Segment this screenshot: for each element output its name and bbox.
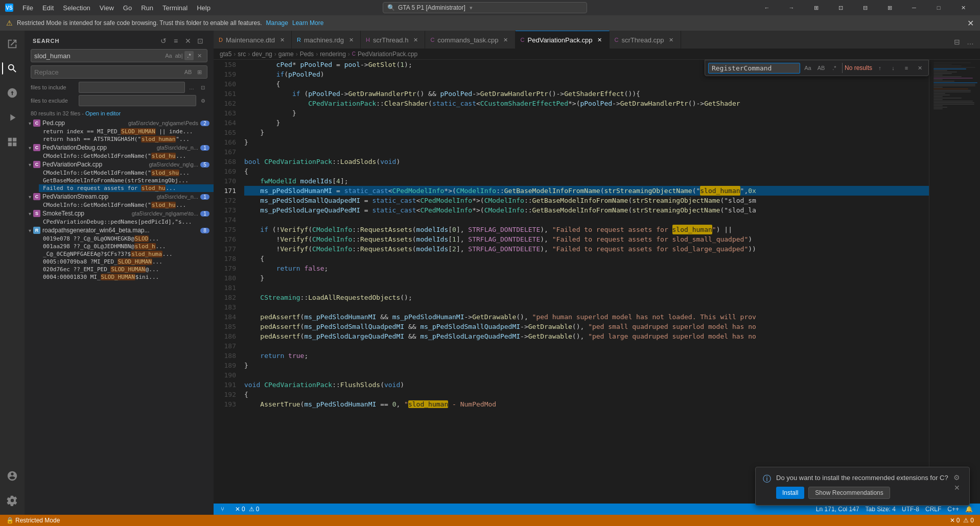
result-line[interactable]: 0019e078 ??_C@_0L@ONOHEGKB@SLOD... — [39, 235, 214, 243]
collapse-all-btn[interactable]: ≡ — [171, 36, 181, 46]
use-regex-btn[interactable]: .* — [184, 51, 194, 60]
nav-back[interactable]: ← — [755, 0, 779, 15]
replace-toggle-btn[interactable]: ⊞ — [195, 67, 204, 77]
install-btn[interactable]: Install — [776, 487, 804, 499]
menu-terminal[interactable]: Terminal — [158, 3, 192, 13]
match-case-btn[interactable]: Aa — [164, 51, 173, 60]
result-line[interactable]: CModelInfo::GetModelIdFromName("slod_hu.… — [39, 152, 214, 160]
bottom-errors-btn[interactable]: ✕ 0 ⚠ 0 — [948, 515, 976, 526]
menu-go[interactable]: Go — [119, 3, 136, 13]
clear-results-btn[interactable]: ✕ — [183, 36, 193, 46]
find-toggle-replace-btn[interactable]: ≡ — [901, 62, 912, 74]
tab-commands-task-cpp[interactable]: C commands_task.cpp ✕ — [425, 31, 515, 49]
minimize-btn[interactable]: ─ — [902, 0, 926, 15]
result-line-active[interactable]: Failed to request assets for slod_hu... … — [39, 184, 214, 192]
tab-machines-rdg[interactable]: R machines.rdg ✕ — [292, 31, 361, 49]
find-match-case-btn[interactable]: Aa — [802, 62, 813, 74]
breadcrumb-gta5[interactable]: gta5 — [220, 51, 231, 58]
tab-close-btn[interactable]: ✕ — [278, 36, 286, 44]
find-regex-btn[interactable]: .* — [829, 62, 840, 74]
result-header-smoketest[interactable]: ▾ S SmokeTest.cpp gta5\src\dev_ng\game\t… — [25, 209, 214, 218]
menu-edit[interactable]: Edit — [38, 3, 58, 13]
menu-file[interactable]: File — [18, 3, 37, 13]
tab-scrthread-cpp[interactable]: C scrThread.cpp ✕ — [610, 31, 681, 49]
tab-close-btn[interactable]: ✕ — [347, 36, 355, 44]
activity-search[interactable] — [2, 58, 22, 79]
replace-input[interactable] — [34, 68, 181, 76]
tab-close-btn[interactable]: ✕ — [667, 36, 675, 44]
restricted-bar-close-btn[interactable]: ✕ — [967, 18, 974, 28]
result-line[interactable]: 0004:00001830 MI_SLOD_HUMAN$ini... — [39, 273, 214, 281]
find-close-btn[interactable]: ✕ — [914, 62, 925, 74]
result-line[interactable]: GetBaseModelInfoFromName(strStreamingObj… — [39, 177, 214, 184]
maximize-btn[interactable]: □ — [927, 0, 950, 15]
find-input[interactable] — [708, 63, 800, 74]
result-line[interactable]: CModelInfo::GetModelIdFromName("slod_shu… — [39, 169, 214, 177]
show-recommendations-btn[interactable]: Show Recommendations — [808, 487, 890, 499]
tab-close-btn[interactable]: ✕ — [596, 36, 604, 44]
files-include-options-btn[interactable]: … — [187, 83, 196, 92]
activity-explorer[interactable] — [2, 34, 22, 54]
result-line[interactable]: 020d76ec ??_EMI_PED_SLOD_HUMAN@... — [39, 266, 214, 273]
result-header-ped-cpp[interactable]: ▾ C Ped.cpp gta5\src\dev_ng\game\Peds 2 — [25, 118, 214, 128]
tab-scrthread-h[interactable]: H scrThread.h ✕ — [361, 31, 425, 49]
find-next-btn[interactable]: ↓ — [888, 62, 899, 74]
menu-selection[interactable]: Selection — [59, 3, 94, 13]
result-header-pedvariationdebug[interactable]: ▾ C PedVariationDebug.cpp gta5\src\dev_n… — [25, 143, 214, 152]
menu-help[interactable]: Help — [193, 3, 215, 13]
breadcrumb-peds[interactable]: Peds — [300, 51, 314, 58]
menu-view[interactable]: View — [96, 3, 118, 13]
result-line[interactable]: CPedVariationDebug::pedNames[pedPicId],"… — [39, 218, 214, 226]
result-line[interactable]: CModelInfo::GetModelIdFromName("slod_hu.… — [39, 201, 214, 209]
breadcrumb-dev-ng[interactable]: dev_ng — [252, 51, 272, 58]
close-search-btn[interactable]: ✕ — [195, 51, 204, 60]
match-whole-word-btn[interactable]: ab| — [174, 51, 183, 60]
activity-git[interactable] — [2, 83, 22, 103]
search-input[interactable] — [34, 52, 162, 60]
open-in-editor-btn[interactable]: ⊡ — [195, 36, 205, 46]
status-errors[interactable]: ✕ 0 ⚠ 0 — [232, 504, 262, 515]
manage-link[interactable]: Manage — [266, 19, 288, 27]
notification-settings-icon[interactable]: ⚙ — [953, 473, 960, 482]
title-search-bar[interactable]: 🔍 GTA 5 P1 [Administrator] ▾ — [383, 2, 587, 13]
result-header-roadpaths[interactable]: ▾ R roadpathsgenerator_win64_beta.map...… — [25, 226, 214, 235]
breadcrumb-src[interactable]: src — [238, 51, 246, 58]
activity-account[interactable] — [2, 466, 22, 486]
layout-btn2[interactable]: ⊡ — [829, 0, 852, 15]
tab-pedvariationpack-cpp[interactable]: C PedVariationPack.cpp ✕ — [516, 31, 610, 49]
files-exclude-input[interactable] — [81, 97, 194, 104]
result-line[interactable]: 0005:00709ba8 ?MI_PED_SLOD_HUMAN... — [39, 258, 214, 266]
activity-extensions[interactable] — [2, 132, 22, 152]
menu-run[interactable]: Run — [137, 3, 157, 13]
result-line[interactable]: return hash == ATSTRINGHASH("slod_human"… — [39, 135, 214, 143]
tab-maintenance-dtd[interactable]: D Maintenance.dtd ✕ — [214, 31, 292, 49]
activity-settings[interactable] — [2, 490, 22, 511]
breadcrumb-filename[interactable]: PedVariationPack.cpp — [358, 51, 417, 58]
status-git-branch[interactable]: ⑂ — [218, 504, 229, 515]
extensions-btn[interactable]: ⊞ — [878, 0, 901, 15]
result-header-pedvariationpack[interactable]: ▾ C PedVariationPack.cpp gta5\src\dev_ng… — [25, 160, 214, 169]
breadcrumb-game[interactable]: game — [278, 51, 294, 58]
layout-btn[interactable]: ⊞ — [804, 0, 828, 15]
find-whole-word-btn[interactable]: AB — [815, 62, 827, 74]
files-include-collapse-btn[interactable]: ⊡ — [198, 83, 207, 92]
replace-icon-btn[interactable]: AB — [183, 67, 193, 77]
find-prev-btn[interactable]: ↑ — [874, 62, 885, 74]
files-include-input[interactable] — [81, 84, 182, 91]
refresh-search-btn[interactable]: ↺ — [158, 36, 169, 46]
nav-forward[interactable]: → — [780, 0, 803, 15]
result-line[interactable]: _C@_0CE@NPFGAEEA@?$CFs?3?$slod_huma... — [39, 250, 214, 258]
breadcrumb-rendering[interactable]: rendering — [320, 51, 346, 58]
more-actions-btn[interactable]: … — [964, 35, 977, 49]
result-header-pedvariationstream[interactable]: ▾ C PedVariationStream.cpp gta5\src\dev_… — [25, 192, 214, 201]
restricted-mode-status[interactable]: 🔒 Restricted Mode — [4, 515, 62, 526]
result-line[interactable]: 001aa298 ??_C@_0L@JEDHMNBN@slod_h... — [39, 243, 214, 250]
close-btn[interactable]: ✕ — [951, 0, 975, 15]
tab-close-btn[interactable]: ✕ — [502, 36, 510, 44]
layout-btn3[interactable]: ⊟ — [853, 0, 877, 15]
result-line[interactable]: return index == MI_PED_SLOD_HUMAN || ind… — [39, 128, 214, 135]
activity-debug[interactable] — [2, 107, 22, 128]
code-content[interactable]: cPed* pPoolPed = pool->GetSlot(1); if(pP… — [240, 60, 929, 504]
replace-input-wrapper[interactable]: AB ⊞ — [31, 65, 207, 79]
search-input-wrapper[interactable]: Aa ab| .* ✕ — [31, 49, 207, 62]
